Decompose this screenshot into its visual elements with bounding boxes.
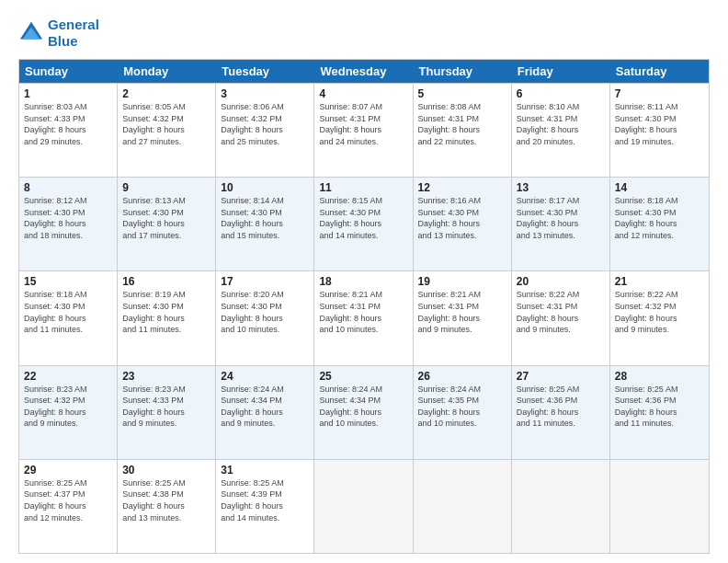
- day-number: 4: [319, 87, 407, 100]
- empty-cell: [314, 460, 413, 553]
- day-number: 24: [221, 370, 309, 383]
- day-number: 30: [122, 464, 210, 477]
- table-row: 27Sunrise: 8:25 AMSunset: 4:36 PMDayligh…: [512, 366, 610, 459]
- logo: General Blue: [18, 17, 99, 50]
- day-info: Sunrise: 8:16 AMSunset: 4:30 PMDaylight:…: [418, 195, 506, 241]
- day-info: Sunrise: 8:21 AMSunset: 4:31 PMDaylight:…: [319, 289, 407, 335]
- table-row: 1Sunrise: 8:03 AMSunset: 4:33 PMDaylight…: [19, 84, 118, 177]
- header-sunday: Sunday: [19, 60, 118, 83]
- day-info: Sunrise: 8:20 AMSunset: 4:30 PMDaylight:…: [221, 289, 309, 335]
- table-row: 7Sunrise: 8:11 AMSunset: 4:30 PMDaylight…: [610, 84, 709, 177]
- day-number: 12: [418, 181, 506, 194]
- table-row: 29Sunrise: 8:25 AMSunset: 4:37 PMDayligh…: [19, 460, 118, 553]
- table-row: 25Sunrise: 8:24 AMSunset: 4:34 PMDayligh…: [314, 366, 413, 459]
- calendar-row: 1Sunrise: 8:03 AMSunset: 4:33 PMDaylight…: [19, 83, 709, 177]
- day-number: 28: [615, 370, 704, 383]
- table-row: 13Sunrise: 8:17 AMSunset: 4:30 PMDayligh…: [512, 178, 610, 270]
- day-info: Sunrise: 8:25 AMSunset: 4:36 PMDaylight:…: [517, 384, 605, 430]
- day-number: 14: [615, 181, 704, 194]
- table-row: 12Sunrise: 8:16 AMSunset: 4:30 PMDayligh…: [414, 178, 512, 270]
- table-row: 9Sunrise: 8:13 AMSunset: 4:30 PMDaylight…: [118, 178, 216, 270]
- empty-cell: [414, 460, 512, 553]
- day-number: 9: [122, 181, 210, 194]
- day-info: Sunrise: 8:24 AMSunset: 4:35 PMDaylight:…: [418, 384, 506, 430]
- table-row: 14Sunrise: 8:18 AMSunset: 4:30 PMDayligh…: [610, 178, 709, 270]
- table-row: 30Sunrise: 8:25 AMSunset: 4:38 PMDayligh…: [118, 460, 216, 553]
- day-info: Sunrise: 8:18 AMSunset: 4:30 PMDaylight:…: [24, 289, 112, 335]
- table-row: 22Sunrise: 8:23 AMSunset: 4:32 PMDayligh…: [19, 366, 118, 459]
- table-row: 18Sunrise: 8:21 AMSunset: 4:31 PMDayligh…: [314, 271, 413, 364]
- day-info: Sunrise: 8:22 AMSunset: 4:31 PMDaylight:…: [517, 289, 605, 335]
- day-number: 25: [319, 370, 407, 383]
- day-number: 23: [122, 370, 210, 383]
- day-number: 1: [24, 87, 112, 100]
- header-thursday: Thursday: [414, 60, 512, 83]
- table-row: 20Sunrise: 8:22 AMSunset: 4:31 PMDayligh…: [512, 271, 610, 364]
- day-info: Sunrise: 8:24 AMSunset: 4:34 PMDaylight:…: [319, 384, 407, 430]
- day-info: Sunrise: 8:05 AMSunset: 4:32 PMDaylight:…: [122, 101, 210, 147]
- calendar-row: 29Sunrise: 8:25 AMSunset: 4:37 PMDayligh…: [19, 459, 709, 553]
- day-info: Sunrise: 8:25 AMSunset: 4:36 PMDaylight:…: [615, 384, 704, 430]
- table-row: 8Sunrise: 8:12 AMSunset: 4:30 PMDaylight…: [19, 178, 118, 270]
- day-info: Sunrise: 8:15 AMSunset: 4:30 PMDaylight:…: [319, 195, 407, 241]
- calendar: Sunday Monday Tuesday Wednesday Thursday…: [18, 59, 710, 554]
- day-info: Sunrise: 8:13 AMSunset: 4:30 PMDaylight:…: [122, 195, 210, 241]
- header-wednesday: Wednesday: [314, 60, 413, 83]
- day-number: 31: [221, 464, 309, 477]
- table-row: 11Sunrise: 8:15 AMSunset: 4:30 PMDayligh…: [314, 178, 413, 270]
- table-row: 28Sunrise: 8:25 AMSunset: 4:36 PMDayligh…: [610, 366, 709, 459]
- table-row: 21Sunrise: 8:22 AMSunset: 4:32 PMDayligh…: [610, 271, 709, 364]
- table-row: 15Sunrise: 8:18 AMSunset: 4:30 PMDayligh…: [19, 271, 118, 364]
- table-row: 3Sunrise: 8:06 AMSunset: 4:32 PMDaylight…: [216, 84, 314, 177]
- day-number: 7: [615, 87, 704, 100]
- calendar-row: 15Sunrise: 8:18 AMSunset: 4:30 PMDayligh…: [19, 270, 709, 364]
- day-info: Sunrise: 8:23 AMSunset: 4:32 PMDaylight:…: [24, 384, 112, 430]
- day-info: Sunrise: 8:19 AMSunset: 4:30 PMDaylight:…: [122, 289, 210, 335]
- day-number: 26: [418, 370, 506, 383]
- day-info: Sunrise: 8:14 AMSunset: 4:30 PMDaylight:…: [221, 195, 309, 241]
- table-row: 17Sunrise: 8:20 AMSunset: 4:30 PMDayligh…: [216, 271, 314, 364]
- header: General Blue: [18, 17, 710, 50]
- header-friday: Friday: [512, 60, 610, 83]
- day-info: Sunrise: 8:25 AMSunset: 4:37 PMDaylight:…: [24, 477, 112, 523]
- day-number: 16: [122, 275, 210, 288]
- day-number: 11: [319, 181, 407, 194]
- day-info: Sunrise: 8:10 AMSunset: 4:31 PMDaylight:…: [517, 101, 605, 147]
- day-number: 29: [24, 464, 112, 477]
- table-row: 4Sunrise: 8:07 AMSunset: 4:31 PMDaylight…: [314, 84, 413, 177]
- table-row: 31Sunrise: 8:25 AMSunset: 4:39 PMDayligh…: [216, 460, 314, 553]
- day-info: Sunrise: 8:18 AMSunset: 4:30 PMDaylight:…: [615, 195, 704, 241]
- day-number: 22: [24, 370, 112, 383]
- table-row: 26Sunrise: 8:24 AMSunset: 4:35 PMDayligh…: [414, 366, 512, 459]
- day-number: 5: [418, 87, 506, 100]
- day-info: Sunrise: 8:24 AMSunset: 4:34 PMDaylight:…: [221, 384, 309, 430]
- day-number: 27: [517, 370, 605, 383]
- day-number: 3: [221, 87, 309, 100]
- day-info: Sunrise: 8:25 AMSunset: 4:38 PMDaylight:…: [122, 477, 210, 523]
- day-number: 19: [418, 275, 506, 288]
- header-saturday: Saturday: [610, 60, 709, 83]
- day-number: 17: [221, 275, 309, 288]
- day-number: 2: [122, 87, 210, 100]
- header-tuesday: Tuesday: [216, 60, 314, 83]
- day-info: Sunrise: 8:08 AMSunset: 4:31 PMDaylight:…: [418, 101, 506, 147]
- day-number: 15: [24, 275, 112, 288]
- table-row: 5Sunrise: 8:08 AMSunset: 4:31 PMDaylight…: [414, 84, 512, 177]
- empty-cell: [512, 460, 610, 553]
- day-info: Sunrise: 8:07 AMSunset: 4:31 PMDaylight:…: [319, 101, 407, 147]
- header-monday: Monday: [118, 60, 216, 83]
- calendar-header: Sunday Monday Tuesday Wednesday Thursday…: [19, 60, 709, 83]
- empty-cell: [610, 460, 709, 553]
- table-row: 19Sunrise: 8:21 AMSunset: 4:31 PMDayligh…: [414, 271, 512, 364]
- calendar-row: 8Sunrise: 8:12 AMSunset: 4:30 PMDaylight…: [19, 177, 709, 270]
- table-row: 24Sunrise: 8:24 AMSunset: 4:34 PMDayligh…: [216, 366, 314, 459]
- day-info: Sunrise: 8:23 AMSunset: 4:33 PMDaylight:…: [122, 384, 210, 430]
- day-info: Sunrise: 8:06 AMSunset: 4:32 PMDaylight:…: [221, 101, 309, 147]
- day-info: Sunrise: 8:12 AMSunset: 4:30 PMDaylight:…: [24, 195, 112, 241]
- day-info: Sunrise: 8:21 AMSunset: 4:31 PMDaylight:…: [418, 289, 506, 335]
- day-info: Sunrise: 8:17 AMSunset: 4:30 PMDaylight:…: [517, 195, 605, 241]
- day-number: 8: [24, 181, 112, 194]
- table-row: 23Sunrise: 8:23 AMSunset: 4:33 PMDayligh…: [118, 366, 216, 459]
- calendar-row: 22Sunrise: 8:23 AMSunset: 4:32 PMDayligh…: [19, 365, 709, 459]
- calendar-page: General Blue Sunday Monday Tuesday Wedne…: [0, 0, 728, 563]
